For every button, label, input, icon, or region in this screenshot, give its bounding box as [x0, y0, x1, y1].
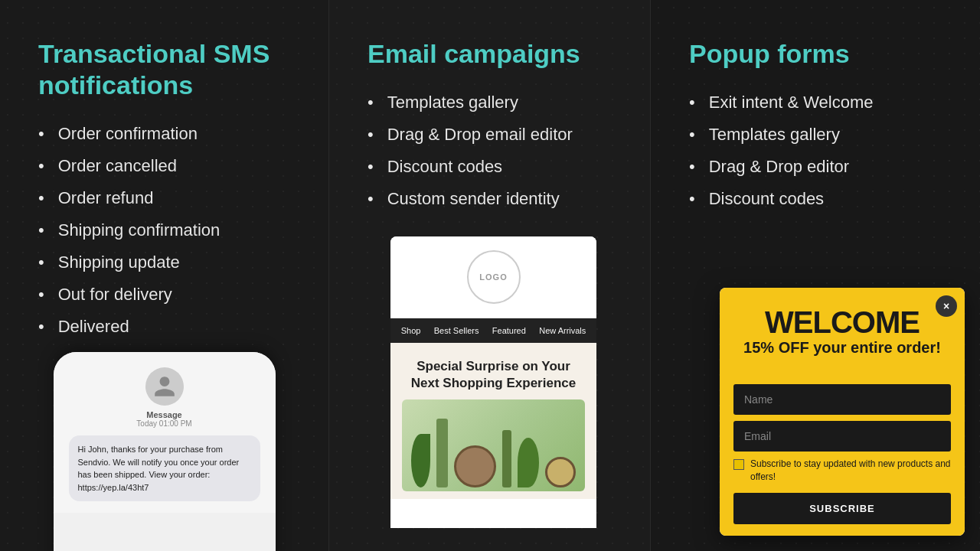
- popup-checkbox-row: Subscribe to stay updated with new produ…: [733, 458, 951, 484]
- popup-form: × WELCOME 15% OFF your entire order! Sub…: [720, 288, 965, 536]
- sms-panel: Transactional SMS notifications Order co…: [0, 0, 329, 551]
- sms-list-item: Order confirmation: [38, 124, 298, 144]
- sms-list-item: Order cancelled: [38, 156, 298, 176]
- popup-body: Subscribe to stay updated with new produ…: [720, 373, 965, 536]
- sms-title: Transactional SMS notifications: [38, 38, 298, 101]
- email-panel: Email campaigns Templates galleryDrag & …: [329, 0, 651, 551]
- popup-subscribe-button[interactable]: SUBSCRIBE: [733, 493, 951, 524]
- popup-discount-text: 15% OFF your entire order!: [735, 337, 949, 357]
- email-hero-title: Special Surprise on Your Next Shopping E…: [402, 358, 585, 392]
- popup-header: WELCOME 15% OFF your entire order!: [720, 288, 965, 373]
- sms-list-item: Shipping confirmation: [38, 220, 298, 240]
- popup-title: Popup forms: [689, 38, 949, 70]
- popup-email-input[interactable]: [733, 421, 951, 452]
- email-logo: LOGO: [467, 250, 521, 304]
- popup-list-item: Drag & Drop editor: [689, 157, 949, 177]
- email-list-item: Discount codes: [368, 157, 619, 177]
- email-nav-item[interactable]: Shop: [401, 326, 421, 335]
- popup-panel: Popup forms Exit intent & WelcomeTemplat…: [651, 0, 980, 551]
- email-title: Email campaigns: [368, 38, 619, 70]
- sms-list-item: Order refund: [38, 188, 298, 208]
- email-list-item: Custom sender identity: [368, 189, 619, 209]
- email-hero-image: [402, 399, 585, 491]
- email-hero: Special Surprise on Your Next Shopping E…: [390, 343, 596, 499]
- sms-list-item: Out for delivery: [38, 285, 298, 305]
- sms-list-item: Delivered: [38, 317, 298, 337]
- email-nav-item[interactable]: Featured: [492, 326, 526, 335]
- phone-mockup: Message Today 01:00 PM Hi John, thanks f…: [54, 352, 276, 551]
- phone-time: Today 01:00 PM: [136, 419, 191, 428]
- email-list-item: Templates gallery: [368, 93, 619, 112]
- popup-checkbox-label: Subscribe to stay updated with new produ…: [750, 458, 951, 484]
- popup-feature-list: Exit intent & WelcomeTemplates galleryDr…: [689, 93, 949, 221]
- popup-name-input[interactable]: [733, 384, 951, 415]
- sms-feature-list: Order confirmationOrder cancelledOrder r…: [38, 124, 298, 337]
- phone-message-label: Message: [146, 410, 181, 419]
- phone-bubble: Hi John, thanks for your purchase from S…: [69, 435, 260, 501]
- popup-subscribe-checkbox[interactable]: [733, 459, 744, 470]
- popup-list-item: Discount codes: [689, 189, 949, 209]
- popup-list-item: Templates gallery: [689, 125, 949, 145]
- email-nav: ShopBest SellersFeaturedNew Arrivals: [390, 318, 596, 343]
- email-list-item: Drag & Drop email editor: [368, 125, 619, 145]
- email-nav-item[interactable]: Best Sellers: [434, 326, 479, 335]
- email-logo-area: LOGO: [390, 236, 596, 318]
- sms-list-item: Shipping update: [38, 253, 298, 272]
- email-mockup: LOGO ShopBest SellersFeaturedNew Arrival…: [390, 236, 596, 528]
- popup-welcome-text: WELCOME: [735, 307, 949, 337]
- email-nav-item[interactable]: New Arrivals: [539, 326, 586, 335]
- plant-decoration: [402, 399, 585, 491]
- phone-avatar: [145, 367, 184, 406]
- email-feature-list: Templates galleryDrag & Drop email edito…: [368, 93, 619, 221]
- popup-list-item: Exit intent & Welcome: [689, 93, 949, 112]
